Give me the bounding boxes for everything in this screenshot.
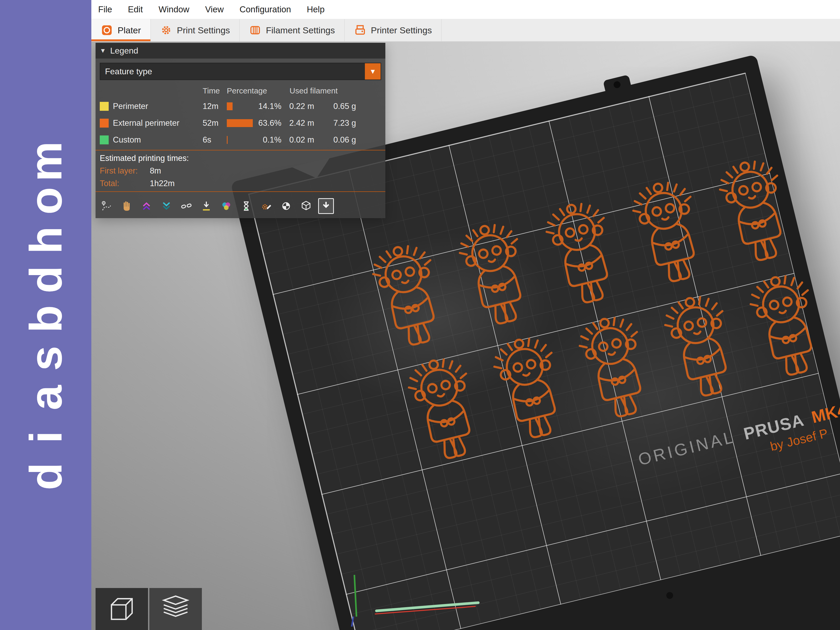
feature-label: External perimeter [113, 118, 203, 128]
feature-percentage: 14.1% [258, 102, 281, 111]
feature-used-grams: 0.65 g [326, 102, 357, 111]
viewport-3d[interactable]: ORIGINAL PRUSA MK4 by Josef P ▼ Legend [92, 42, 840, 630]
legend-row-custom: Custom 6s 0.1% 0.02 m 0.06 g [96, 131, 385, 148]
estimated-times-title: Estimated printing times: [96, 150, 385, 164]
tab-printer-settings[interactable]: Printer Settings [345, 19, 442, 41]
tab-label: Print Settings [177, 25, 230, 35]
printed-model [484, 329, 578, 453]
view-type-dropdown[interactable]: Feature type ▼ [100, 63, 381, 80]
printed-model [655, 287, 748, 411]
view-type-value: Feature type [100, 67, 365, 76]
feature-color-swatch [100, 118, 109, 128]
y-axis-line [354, 575, 357, 617]
collapse-triangle-icon: ▼ [100, 47, 106, 54]
column-time: Time [203, 86, 220, 95]
menu-item-window[interactable]: Window [159, 5, 189, 14]
feature-color-swatch [100, 136, 109, 144]
printed-model [449, 215, 543, 339]
legend-header[interactable]: ▼ Legend [96, 43, 385, 58]
legend-row-external-perimeter: External perimeter 52m 63.6% 2.42 m 7.23… [96, 115, 385, 131]
deretractions-icon[interactable] [159, 198, 174, 214]
tab-plater[interactable]: Plater [92, 19, 151, 41]
gear-pencil-icon[interactable] [258, 198, 274, 214]
view-mode-toggle [96, 588, 202, 630]
tab-bar: Plater Print Settings Filament Settings [92, 19, 840, 42]
total-value: 1h22m [150, 179, 175, 188]
first-layer-label: First layer: [100, 166, 147, 175]
feature-used-grams: 0.06 g [326, 135, 357, 145]
legend-title: Legend [110, 46, 138, 56]
tab-label: Printer Settings [371, 25, 432, 35]
tab-print-settings[interactable]: Print Settings [151, 19, 240, 41]
first-layer-row: First layer: 8m [96, 164, 385, 177]
filament-spool-icon [249, 24, 261, 36]
prusaslicer-window: mohdbsaid File Edit Window View Configur… [0, 0, 840, 630]
printed-model [740, 267, 834, 390]
insert-pause-arrow-icon[interactable] [199, 198, 214, 214]
layers-view-button[interactable] [149, 588, 202, 630]
cube-icon [106, 594, 137, 624]
column-percentage: Percentage [227, 86, 267, 95]
color-changes-icon[interactable] [218, 198, 234, 214]
z-axis-line [352, 617, 353, 627]
menu-item-help[interactable]: Help [307, 5, 325, 14]
percentage-bar [227, 103, 232, 110]
tab-label: Filament Settings [266, 25, 335, 35]
divider [96, 191, 385, 192]
printed-model [623, 173, 716, 297]
percentage-bar [227, 119, 253, 127]
watermark-letter: d [26, 431, 65, 522]
bed-screw-hole [666, 591, 674, 600]
side-banner: mohdbsaid [0, 0, 92, 630]
watermark-text: mohdbsaid [0, 142, 92, 496]
printer-icon [354, 24, 366, 36]
feature-percentage: 0.1% [258, 135, 281, 145]
legend-toolbar [96, 194, 385, 218]
chain-link-icon[interactable] [178, 198, 194, 214]
legend-panel: ▼ Legend Feature type ▼ Time Percentage … [96, 43, 385, 218]
feature-used-meters: 2.42 m [281, 118, 326, 128]
layers-icon [160, 594, 191, 624]
app-area: File Edit Window View Configuration Help… [92, 0, 840, 630]
menu-item-view[interactable]: View [205, 5, 224, 14]
travel-paths-icon[interactable] [99, 198, 114, 214]
printed-model [569, 308, 663, 432]
hourglass-icon[interactable] [238, 198, 254, 214]
feature-used-meters: 0.22 m [281, 102, 326, 111]
tab-filament-settings[interactable]: Filament Settings [240, 19, 345, 41]
bed-mount-tab [603, 74, 632, 96]
feature-label: Custom [113, 135, 203, 145]
feature-time: 52m [203, 118, 227, 128]
column-used-filament: Used filament [289, 86, 338, 95]
wipe-hand-icon[interactable] [118, 198, 134, 214]
feature-color-swatch [100, 102, 109, 111]
menu-item-file[interactable]: File [98, 5, 112, 14]
gear-icon [160, 24, 172, 36]
percentage-bar-track [227, 136, 258, 144]
percentage-bar-track [227, 119, 258, 127]
feature-time: 6s [203, 135, 227, 145]
menu-item-configuration[interactable]: Configuration [239, 5, 291, 14]
feature-time: 12m [203, 102, 227, 111]
menu-item-edit[interactable]: Edit [128, 5, 143, 14]
legend-row-perimeter: Perimeter 12m 14.1% 0.22 m 0.65 g [96, 98, 385, 115]
feature-used-meters: 0.02 m [281, 135, 326, 145]
center-of-gravity-icon[interactable] [278, 198, 294, 214]
total-label: Total: [100, 179, 147, 188]
3d-view-button[interactable] [96, 588, 148, 630]
arrow-down-active-icon[interactable] [318, 198, 334, 214]
percentage-bar [227, 136, 227, 144]
dropdown-arrow-button[interactable]: ▼ [365, 63, 381, 79]
feature-percentage: 63.6% [258, 118, 281, 128]
legend-column-headers: Time Percentage Used filament [96, 84, 385, 98]
bed-origin-axes [341, 567, 498, 630]
printed-model [709, 152, 803, 276]
printed-model [536, 194, 630, 318]
menu-bar: File Edit Window View Configuration Help [92, 0, 840, 19]
total-time-row: Total: 1h22m [96, 177, 385, 190]
percentage-bar-track [227, 103, 258, 110]
shells-cube-icon[interactable] [298, 198, 314, 214]
feature-used-grams: 7.23 g [326, 118, 357, 128]
retractions-icon[interactable] [139, 198, 154, 214]
tab-label: Plater [118, 25, 141, 35]
